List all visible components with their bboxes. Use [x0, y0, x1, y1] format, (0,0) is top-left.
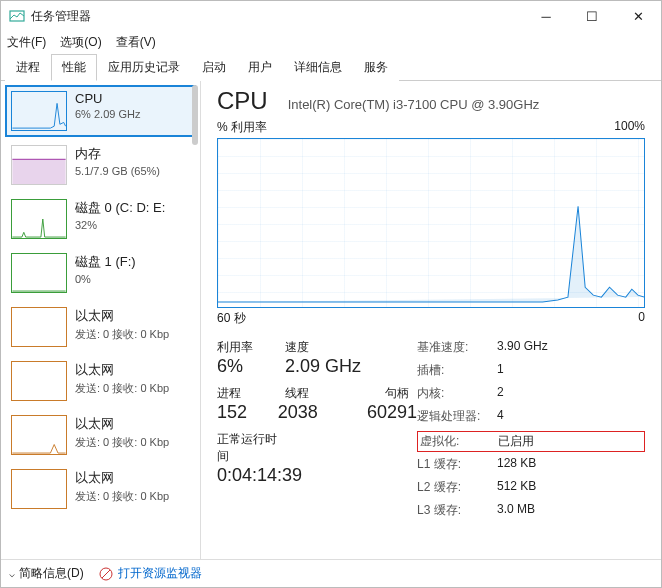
svg-rect-0 [10, 11, 24, 21]
stat-handles: 60291 [367, 402, 417, 423]
tab-startup[interactable]: 启动 [191, 54, 237, 81]
svg-line-3 [102, 570, 110, 578]
menu-view[interactable]: 查看(V) [116, 34, 156, 51]
sidebar-item-disk1[interactable]: 磁盘 1 (F:)0% [5, 247, 196, 299]
minimize-button[interactable]: ─ [523, 1, 569, 31]
menu-file[interactable]: 文件(F) [7, 34, 46, 51]
stat-speed: 2.09 GHz [285, 356, 385, 377]
sidebar-item-memory[interactable]: 内存5.1/7.9 GB (65%) [5, 139, 196, 191]
stat-processes: 152 [217, 402, 278, 423]
close-button[interactable]: ✕ [615, 1, 661, 31]
cpu-chart [217, 138, 645, 308]
virtualization-highlight: 虚拟化:已启用 [417, 431, 645, 452]
cpu-model: Intel(R) Core(TM) i3-7100 CPU @ 3.90GHz [288, 97, 540, 112]
main-panel: CPU Intel(R) Core(TM) i3-7100 CPU @ 3.90… [201, 81, 661, 561]
sidebar[interactable]: CPU6% 2.09 GHz 内存5.1/7.9 GB (65%) 磁盘 0 (… [1, 81, 201, 561]
tab-users[interactable]: 用户 [237, 54, 283, 81]
sidebar-item-disk0[interactable]: 磁盘 0 (C: D: E:32% [5, 193, 196, 245]
maximize-button[interactable]: ☐ [569, 1, 615, 31]
tab-apphistory[interactable]: 应用历史记录 [97, 54, 191, 81]
tab-processes[interactable]: 进程 [5, 54, 51, 81]
stat-threads: 2038 [278, 402, 367, 423]
app-icon [9, 8, 25, 24]
svg-rect-1 [12, 159, 65, 184]
stat-utilization: 6% [217, 356, 285, 377]
tab-services[interactable]: 服务 [353, 54, 399, 81]
fewer-details-button[interactable]: 简略信息(D) [19, 565, 84, 582]
chevron-down-icon[interactable]: ⌵ [9, 568, 15, 579]
tab-details[interactable]: 详细信息 [283, 54, 353, 81]
menu-options[interactable]: 选项(O) [60, 34, 101, 51]
resource-monitor-icon [98, 566, 114, 582]
page-title: CPU [217, 87, 268, 115]
tab-performance[interactable]: 性能 [51, 54, 97, 81]
sidebar-item-cpu[interactable]: CPU6% 2.09 GHz [5, 85, 196, 137]
sidebar-label: CPU [75, 91, 140, 106]
open-resource-monitor-link[interactable]: 打开资源监视器 [118, 565, 202, 582]
window-title: 任务管理器 [31, 8, 91, 25]
sidebar-item-eth1[interactable]: 以太网发送: 0 接收: 0 Kbp [5, 355, 196, 407]
sidebar-item-eth0[interactable]: 以太网发送: 0 接收: 0 Kbp [5, 301, 196, 353]
stat-uptime: 0:04:14:39 [217, 465, 285, 486]
sidebar-item-eth3[interactable]: 以太网发送: 0 接收: 0 Kbp [5, 463, 196, 515]
sidebar-item-eth2[interactable]: 以太网发送: 0 接收: 0 Kbp [5, 409, 196, 461]
